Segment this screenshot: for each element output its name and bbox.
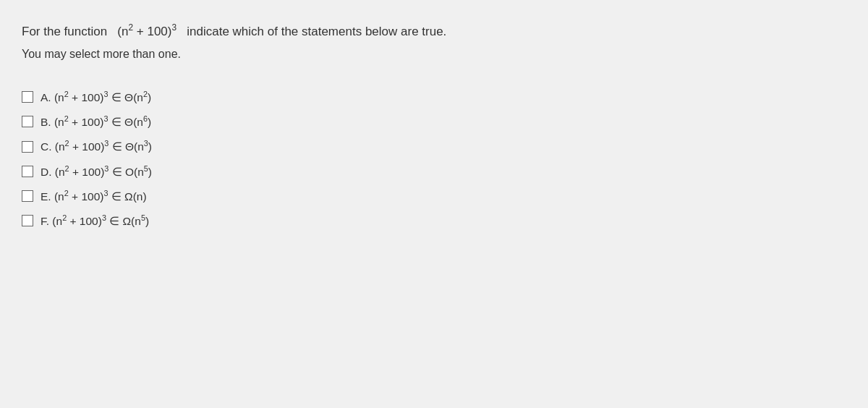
checkbox-F[interactable]: [22, 215, 33, 226]
content-area: For the function (n2 + 100)3 indicate wh…: [22, 22, 446, 228]
checkbox-B[interactable]: [22, 116, 33, 127]
option-item-A: A. (n2 + 100)3 ∈ Θ(n2): [22, 90, 446, 104]
option-item-B: B. (n2 + 100)3 ∈ Θ(n6): [22, 114, 446, 129]
option-item-C: C. (n2 + 100)3 ∈ Θ(n3): [22, 139, 446, 153]
checkbox-A[interactable]: [22, 91, 33, 103]
checkbox-D[interactable]: [22, 166, 33, 177]
option-item-D: D. (n2 + 100)3 ∈ O(n5): [22, 164, 446, 179]
option-label-A: A. (n2 + 100)3 ∈ Θ(n2): [41, 90, 151, 104]
option-label-B: B. (n2 + 100)3 ∈ Θ(n6): [41, 114, 151, 129]
sub-line: You may select more than one.: [22, 48, 446, 61]
header-function: (n2 + 100)3: [117, 25, 176, 38]
checkbox-E[interactable]: [22, 190, 33, 202]
option-item-E: E. (n2 + 100)3 ∈ Ω(n): [22, 189, 446, 203]
header-line: For the function (n2 + 100)3 indicate wh…: [22, 22, 446, 41]
option-label-D: D. (n2 + 100)3 ∈ O(n5): [41, 164, 152, 179]
option-label-F: F. (n2 + 100)3 ∈ Ω(n5): [41, 213, 149, 228]
checkbox-C[interactable]: [22, 141, 33, 153]
option-label-C: C. (n2 + 100)3 ∈ Θ(n3): [41, 139, 152, 153]
option-item-F: F. (n2 + 100)3 ∈ Ω(n5): [22, 213, 446, 228]
options-list: A. (n2 + 100)3 ∈ Θ(n2) B. (n2 + 100)3 ∈ …: [22, 90, 446, 228]
header-suffix: indicate which of the statements below a…: [187, 25, 446, 38]
header-prefix: For the function: [22, 25, 107, 38]
option-label-E: E. (n2 + 100)3 ∈ Ω(n): [41, 189, 147, 203]
